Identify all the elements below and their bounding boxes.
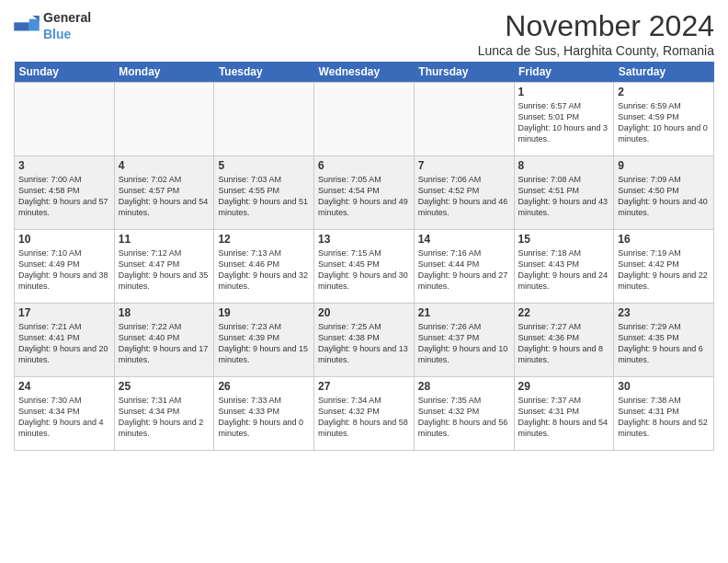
calendar-cell: 18Sunrise: 7:22 AM Sunset: 4:40 PM Dayli…: [114, 304, 214, 377]
cell-info: Sunrise: 7:03 AM Sunset: 4:55 PM Dayligh…: [218, 174, 310, 219]
cell-info: Sunrise: 7:16 AM Sunset: 4:44 PM Dayligh…: [418, 247, 510, 293]
cell-info: Sunrise: 7:09 AM Sunset: 4:50 PM Dayligh…: [618, 174, 710, 219]
calendar-cell: 25Sunrise: 7:31 AM Sunset: 4:34 PM Dayli…: [114, 377, 214, 451]
calendar-cell: 17Sunrise: 7:21 AM Sunset: 4:41 PM Dayli…: [15, 304, 115, 377]
day-number: 19: [218, 306, 310, 319]
calendar-cell: 26Sunrise: 7:33 AM Sunset: 4:33 PM Dayli…: [214, 377, 314, 451]
day-number: 5: [218, 159, 310, 172]
cell-info: Sunrise: 7:31 AM Sunset: 4:34 PM Dayligh…: [119, 395, 210, 440]
calendar-cell: 19Sunrise: 7:23 AM Sunset: 4:39 PM Dayli…: [214, 304, 314, 377]
logo-text: General Blue: [43, 9, 91, 42]
cell-info: Sunrise: 7:37 AM Sunset: 4:31 PM Dayligh…: [518, 395, 610, 440]
calendar-cell: [214, 83, 314, 156]
calendar-cell: 8Sunrise: 7:08 AM Sunset: 4:51 PM Daylig…: [514, 156, 614, 230]
week-row-5: 24Sunrise: 7:30 AM Sunset: 4:34 PM Dayli…: [15, 377, 714, 451]
day-number: 15: [518, 233, 610, 246]
day-number: 12: [218, 233, 310, 246]
calendar-cell: 4Sunrise: 7:02 AM Sunset: 4:57 PM Daylig…: [114, 156, 214, 230]
cell-info: Sunrise: 7:27 AM Sunset: 4:36 PM Dayligh…: [518, 321, 610, 366]
day-number: 17: [18, 306, 110, 319]
logo-general: General: [43, 10, 91, 25]
cell-info: Sunrise: 7:26 AM Sunset: 4:37 PM Dayligh…: [418, 321, 510, 366]
calendar-cell: 30Sunrise: 7:38 AM Sunset: 4:31 PM Dayli…: [614, 377, 714, 451]
week-row-4: 17Sunrise: 7:21 AM Sunset: 4:41 PM Dayli…: [15, 304, 714, 377]
cell-info: Sunrise: 7:05 AM Sunset: 4:54 PM Dayligh…: [318, 174, 410, 219]
calendar-table: SundayMondayTuesdayWednesdayThursdayFrid…: [14, 62, 714, 451]
svg-rect-0: [14, 22, 29, 30]
week-row-2: 3Sunrise: 7:00 AM Sunset: 4:58 PM Daylig…: [15, 156, 714, 230]
cell-info: Sunrise: 7:15 AM Sunset: 4:45 PM Dayligh…: [318, 247, 410, 293]
cell-info: Sunrise: 7:13 AM Sunset: 4:46 PM Dayligh…: [218, 247, 310, 293]
day-number: 29: [518, 380, 610, 393]
cell-info: Sunrise: 7:18 AM Sunset: 4:43 PM Dayligh…: [518, 247, 610, 293]
column-header-tuesday: Tuesday: [214, 62, 314, 83]
calendar-cell: 15Sunrise: 7:18 AM Sunset: 4:43 PM Dayli…: [514, 230, 614, 304]
logo: General Blue: [14, 9, 91, 42]
calendar-cell: 9Sunrise: 7:09 AM Sunset: 4:50 PM Daylig…: [614, 156, 714, 230]
day-number: 2: [618, 86, 710, 98]
cell-info: Sunrise: 7:23 AM Sunset: 4:39 PM Dayligh…: [218, 321, 310, 366]
page-container: General Blue November 2024 Lunca de Sus,…: [0, 0, 728, 455]
cell-info: Sunrise: 7:30 AM Sunset: 4:34 PM Dayligh…: [18, 395, 110, 440]
day-number: 20: [318, 306, 410, 319]
calendar-cell: 2Sunrise: 6:59 AM Sunset: 4:59 PM Daylig…: [614, 83, 714, 156]
cell-info: Sunrise: 7:38 AM Sunset: 4:31 PM Dayligh…: [618, 395, 710, 440]
calendar-cell: 5Sunrise: 7:03 AM Sunset: 4:55 PM Daylig…: [214, 156, 314, 230]
location-subtitle: Lunca de Sus, Harghita County, Romania: [478, 43, 714, 58]
cell-info: Sunrise: 6:57 AM Sunset: 5:01 PM Dayligh…: [518, 100, 610, 145]
calendar-cell: 11Sunrise: 7:12 AM Sunset: 4:47 PM Dayli…: [114, 230, 214, 304]
day-number: 11: [119, 233, 210, 246]
calendar-cell: 20Sunrise: 7:25 AM Sunset: 4:38 PM Dayli…: [314, 304, 415, 377]
day-number: 7: [418, 159, 510, 172]
day-number: 27: [318, 380, 410, 393]
column-header-saturday: Saturday: [614, 62, 714, 83]
day-number: 10: [18, 233, 110, 246]
calendar-cell: 6Sunrise: 7:05 AM Sunset: 4:54 PM Daylig…: [314, 156, 415, 230]
cell-info: Sunrise: 7:34 AM Sunset: 4:32 PM Dayligh…: [318, 395, 410, 440]
cell-info: Sunrise: 7:25 AM Sunset: 4:38 PM Dayligh…: [318, 321, 410, 366]
column-header-sunday: Sunday: [15, 62, 115, 83]
svg-marker-1: [29, 19, 40, 31]
week-row-1: 1Sunrise: 6:57 AM Sunset: 5:01 PM Daylig…: [15, 83, 714, 156]
day-number: 21: [418, 306, 510, 319]
column-header-monday: Monday: [114, 62, 214, 83]
calendar-cell: 3Sunrise: 7:00 AM Sunset: 4:58 PM Daylig…: [15, 156, 115, 230]
calendar-cell: 1Sunrise: 6:57 AM Sunset: 5:01 PM Daylig…: [514, 83, 614, 156]
calendar-cell: 23Sunrise: 7:29 AM Sunset: 4:35 PM Dayli…: [614, 304, 714, 377]
cell-info: Sunrise: 6:59 AM Sunset: 4:59 PM Dayligh…: [618, 100, 710, 145]
calendar-cell: 14Sunrise: 7:16 AM Sunset: 4:44 PM Dayli…: [414, 230, 514, 304]
calendar-cell: 10Sunrise: 7:10 AM Sunset: 4:49 PM Dayli…: [15, 230, 115, 304]
calendar-cell: 13Sunrise: 7:15 AM Sunset: 4:45 PM Dayli…: [314, 230, 415, 304]
day-number: 23: [618, 306, 710, 319]
column-header-wednesday: Wednesday: [314, 62, 415, 83]
cell-info: Sunrise: 7:29 AM Sunset: 4:35 PM Dayligh…: [618, 321, 710, 366]
cell-info: Sunrise: 7:21 AM Sunset: 4:41 PM Dayligh…: [18, 321, 110, 366]
day-number: 4: [119, 159, 210, 172]
day-number: 22: [518, 306, 610, 319]
cell-info: Sunrise: 7:00 AM Sunset: 4:58 PM Dayligh…: [18, 174, 110, 219]
calendar-cell: [114, 83, 214, 156]
day-number: 9: [618, 159, 710, 172]
cell-info: Sunrise: 7:08 AM Sunset: 4:51 PM Dayligh…: [518, 174, 610, 219]
calendar-cell: 12Sunrise: 7:13 AM Sunset: 4:46 PM Dayli…: [214, 230, 314, 304]
calendar-cell: 16Sunrise: 7:19 AM Sunset: 4:42 PM Dayli…: [614, 230, 714, 304]
day-number: 1: [518, 86, 610, 98]
header-area: General Blue November 2024 Lunca de Sus,…: [14, 9, 714, 58]
calendar-cell: 22Sunrise: 7:27 AM Sunset: 4:36 PM Dayli…: [514, 304, 614, 377]
day-number: 3: [18, 159, 110, 172]
header-row: SundayMondayTuesdayWednesdayThursdayFrid…: [15, 62, 714, 83]
day-number: 6: [318, 159, 410, 172]
cell-info: Sunrise: 7:06 AM Sunset: 4:52 PM Dayligh…: [418, 174, 510, 219]
cell-info: Sunrise: 7:19 AM Sunset: 4:42 PM Dayligh…: [618, 247, 710, 293]
day-number: 25: [119, 380, 210, 393]
day-number: 14: [418, 233, 510, 246]
logo-icon: [14, 16, 40, 36]
column-header-friday: Friday: [514, 62, 614, 83]
day-number: 18: [119, 306, 210, 319]
calendar-cell: 7Sunrise: 7:06 AM Sunset: 4:52 PM Daylig…: [414, 156, 514, 230]
week-row-3: 10Sunrise: 7:10 AM Sunset: 4:49 PM Dayli…: [15, 230, 714, 304]
calendar-cell: 28Sunrise: 7:35 AM Sunset: 4:32 PM Dayli…: [414, 377, 514, 451]
day-number: 28: [418, 380, 510, 393]
cell-info: Sunrise: 7:12 AM Sunset: 4:47 PM Dayligh…: [119, 247, 210, 293]
cell-info: Sunrise: 7:02 AM Sunset: 4:57 PM Dayligh…: [119, 174, 210, 219]
